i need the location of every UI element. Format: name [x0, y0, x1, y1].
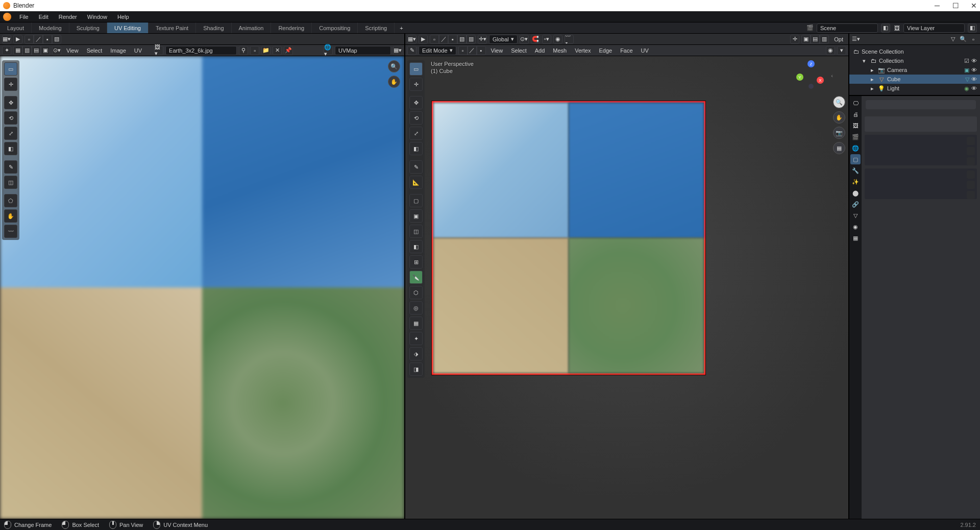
tab-shading[interactable]: Shading — [196, 22, 231, 33]
image-unlink-button[interactable]: ✕ — [273, 46, 282, 55]
v3d-menu-view[interactable]: View — [488, 47, 506, 54]
ptab-object[interactable]: ▢ — [850, 154, 861, 164]
shading-dropdown[interactable]: ▾ — [837, 46, 846, 55]
tab-sculpting[interactable]: Sculpting — [69, 22, 107, 33]
uv-show-modified[interactable]: ▣ — [41, 46, 50, 55]
tool-shrink[interactable]: ⬗ — [409, 347, 423, 360]
image-open-button[interactable]: 📁 — [261, 46, 271, 55]
tab-uv-editing[interactable]: UV Editing — [107, 22, 149, 33]
selmode2-edge[interactable]: ／ — [468, 46, 477, 55]
filter-icon[interactable]: ▽ — [949, 36, 957, 43]
hide-toggle[interactable]: 👁 — [971, 85, 977, 92]
axis-z-icon[interactable]: Z — [807, 60, 815, 67]
image-new-button[interactable]: ▫ — [250, 46, 259, 55]
uv-editor-type-icon[interactable]: ✦ — [2, 46, 11, 55]
maximize-icon[interactable]: ☐ — [952, 3, 959, 9]
editor-type-button[interactable]: ▦▾ — [2, 35, 11, 44]
tool-knife[interactable]: 🔪 — [409, 271, 423, 284]
outliner-collection[interactable]: ▾ 🗀 Collection ☑👁 — [849, 56, 980, 65]
tool-rotate[interactable]: ⟲ — [409, 111, 423, 125]
proportional-falloff[interactable]: 〰▾ — [565, 35, 574, 44]
image-pin2-button[interactable]: 📌 — [284, 46, 293, 55]
ptab-texture[interactable]: ▦ — [850, 233, 861, 243]
uv-show-grid[interactable]: ▥ — [22, 46, 32, 55]
mode-icon[interactable]: ✎ — [407, 46, 416, 55]
navigation-gizmo[interactable]: Z Y X — [796, 60, 827, 91]
prop-search[interactable] — [866, 100, 976, 109]
uv-viewport[interactable]: ▭ ✛ ✥ ⟲ ⤢ ◧ ✎ ◫ ⬠ ✋ 〰 🔍 ✋ — [0, 56, 404, 519]
ptab-particles[interactable]: ✨ — [850, 177, 861, 187]
viewlayer-field[interactable]: View Layer — [903, 23, 965, 33]
tool-scale[interactable]: ⤢ — [4, 127, 17, 140]
outliner-item-cube[interactable]: ▸ ▽ Cube ▽👁 — [849, 75, 980, 84]
overlay-3[interactable]: ▥ — [820, 35, 829, 44]
menu-icon[interactable] — [967, 157, 975, 165]
uv-selmode-island[interactable]: ▧ — [52, 35, 61, 44]
tool-move[interactable]: ✥ — [4, 96, 17, 109]
uvmap-browse-button[interactable]: 🌐▾ — [324, 46, 333, 55]
image-pin-button[interactable]: ⚲ — [239, 46, 248, 55]
minimize-icon[interactable]: ─ — [934, 3, 940, 9]
v3d-menu-mesh[interactable]: Mesh — [550, 47, 570, 54]
selmode2-vertex[interactable]: ▫ — [458, 46, 468, 55]
uv-selmode-edge[interactable]: ／ — [34, 35, 43, 44]
ptab-world[interactable]: 🌐 — [850, 143, 861, 153]
ptab-viewlayer[interactable]: 🖼 — [850, 121, 861, 131]
uv-selmode-vertex[interactable]: ▫ — [24, 35, 34, 44]
uv-sync-button[interactable]: ▶ — [13, 35, 22, 44]
options-label[interactable]: Opt — [831, 36, 846, 42]
tool-extrude[interactable]: ▣ — [409, 209, 423, 223]
gizmo-toggle[interactable]: ✛ — [790, 35, 799, 44]
tab-texture-paint[interactable]: Texture Paint — [149, 22, 196, 33]
menu-icon[interactable] — [967, 191, 975, 199]
tool-add-cube[interactable]: ▢ — [409, 194, 423, 207]
tab-rendering[interactable]: Rendering — [271, 22, 312, 33]
shading-toggle[interactable]: ◉ — [826, 46, 835, 55]
uvmap-field[interactable]: UVMap — [335, 46, 391, 55]
tool-rip[interactable]: ⬠ — [4, 194, 17, 207]
outliner-icon[interactable]: ☰▾ — [852, 36, 860, 43]
tool-spin[interactable]: ◎ — [409, 301, 423, 315]
outliner-item-camera[interactable]: ▸ 📷 Camera ▣👁 — [849, 65, 980, 75]
ptab-render[interactable]: 🖵 — [850, 98, 861, 108]
ptab-material[interactable]: ◉ — [850, 222, 861, 232]
ptab-output[interactable]: 🖨 — [850, 109, 861, 119]
tool-rip[interactable]: ◨ — [409, 363, 423, 376]
tab-scripting[interactable]: Scripting — [358, 22, 395, 33]
snap-toggle[interactable]: 🧲 — [531, 35, 540, 44]
uv-pivot-button[interactable]: ⊙▾ — [52, 46, 61, 55]
axis-y-icon[interactable]: Y — [796, 74, 803, 81]
scene-browse-button[interactable]: ◧ — [881, 23, 890, 33]
outliner-item-light[interactable]: ▸ 💡 Light ◉👁 — [849, 84, 980, 93]
tab-modeling[interactable]: Modeling — [32, 22, 69, 33]
selmode-5[interactable]: ▥ — [467, 35, 476, 44]
uv-selmode-face[interactable]: ▪ — [43, 35, 52, 44]
prop-panel-2[interactable] — [865, 168, 977, 199]
viewport-3d[interactable]: ▭ ✛ ✥ ⟲ ⤢ ◧ ✎ 📐 ▢ ▣ ◫ ◧ ⊞ 🔪 ⬡ ◎ ▦ — [405, 56, 848, 519]
tool-measure[interactable]: 📐 — [409, 176, 423, 189]
tool-move[interactable]: ✥ — [409, 96, 423, 109]
menu-render[interactable]: Render — [55, 12, 81, 21]
selmode-edge[interactable]: ／ — [439, 35, 448, 44]
pan-icon[interactable]: ✋ — [388, 76, 400, 88]
image-browse-button[interactable]: 🖼▾ — [154, 46, 163, 55]
pivot-button[interactable]: ⊙▾ — [520, 35, 529, 44]
properties-body[interactable] — [862, 96, 980, 519]
tool-transform[interactable]: ◧ — [409, 142, 423, 155]
tool-transform[interactable]: ◧ — [4, 142, 17, 155]
camera-icon[interactable]: 📷 — [833, 127, 845, 139]
tool-loopcut[interactable]: ⊞ — [409, 255, 423, 269]
tool-scale[interactable]: ⤢ — [409, 127, 423, 140]
selmode2-face[interactable]: ▪ — [477, 46, 486, 55]
v3d-editor-type-button[interactable]: ▦▾ — [407, 35, 416, 44]
orientation-dropdown[interactable]: Global▾ — [489, 35, 518, 44]
menu-file[interactable]: File — [15, 12, 33, 21]
v3d-orientation-icon[interactable]: ✛▾ — [478, 35, 487, 44]
tool-annotate[interactable]: ✎ — [409, 160, 423, 174]
tool-annotate[interactable]: ✎ — [4, 160, 17, 174]
add-icon[interactable] — [967, 137, 975, 145]
selmode-face[interactable]: ▪ — [448, 35, 457, 44]
hide-toggle[interactable]: 👁 — [971, 67, 977, 74]
v3d-menu-vertex[interactable]: Vertex — [572, 47, 594, 54]
uv-channels-button[interactable]: ▦▾ — [393, 46, 402, 55]
